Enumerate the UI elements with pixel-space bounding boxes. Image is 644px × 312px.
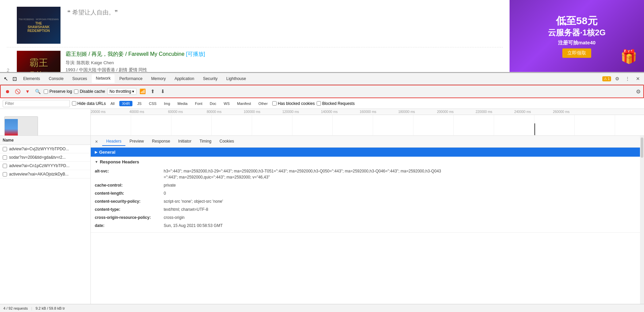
filter-xhr[interactable]: XHR [119,101,132,106]
list-item-3-checkbox[interactable] [3,164,7,168]
filter-input[interactable] [3,100,70,107]
filter-media[interactable]: Media [175,101,190,106]
timeline-name-col [0,109,91,135]
dock-icon-btn[interactable]: ⊡ [10,75,18,83]
filter-manifest[interactable]: Manifest [234,101,254,106]
list-item-3-name: adview?ai=Cn1pCzWYYYbTPD... [9,163,88,168]
header-row-content-length: content-length: 0 [95,189,636,197]
list-item-3[interactable]: adview?ai=Cn1pCzWYYYbTPD... [0,162,90,170]
tab-sources[interactable]: Sources [68,75,91,83]
tab-lighthouse[interactable]: Lighthouse [222,75,250,83]
movie-title-cn[interactable]: 霸王别姬 / 再见，我的妾 / Farewell My Concubine [可… [66,51,503,58]
header-row-corp: cross-origin-resource-policy: cross-orig… [95,213,636,222]
file-list: Name adview?ai=Cvj2lzWYYYbTPDO... sodar?… [0,136,91,304]
record-btn[interactable]: ⏺ [3,87,11,95]
list-item-1-name: adview?ai=Cvj2lzWYYYbTPDO... [9,147,88,151]
blocked-requests-checkbox[interactable]: Blocked Requests [317,101,355,106]
timeline-ruler: 20000 ms 40000 ms 60000 ms 80000 ms 1000… [91,109,644,115]
filter-btn[interactable]: ▼ [24,87,32,95]
timeline-marker [534,123,535,135]
headers-tab-preview[interactable]: Preview [125,137,148,146]
tab-security[interactable]: Security [199,75,222,83]
right-scrollbar[interactable] [640,136,644,304]
filter-ws[interactable]: WS [221,101,233,106]
list-item-2[interactable]: sodar?sv=200&tid=gda&tv=r2... [0,153,90,162]
cursor-icon-btn[interactable]: ↖ [2,75,10,83]
ad-gift-icon: 🎁 [620,48,637,65]
clear-btn[interactable]: 🚫 [13,87,22,95]
header-row-cache-control: cache-control: private [95,181,636,189]
filter-img[interactable]: Img [161,101,173,106]
movie-quote-1: ❝ 希望让人自由。❞ [66,7,503,18]
header-value-content-length: 0 [164,190,636,196]
header-name-date: date: [95,223,162,229]
timeline-preview [4,116,38,136]
download-icon[interactable]: ⬇ [159,87,167,95]
headers-tab-initiator[interactable]: Initiator [174,137,195,146]
list-item-4-checkbox[interactable] [3,172,7,177]
headers-tab-timing[interactable]: Timing [195,137,215,146]
disable-cache-checkbox[interactable]: Disable cache [74,89,105,94]
headers-tab-response[interactable]: Response [148,137,174,146]
webpage-area: TIM ROBBINS · MORGAN FREEMAN THESHAWSHAN… [0,0,644,72]
search-btn[interactable]: 🔍 [34,87,42,95]
filter-js[interactable]: JS [134,101,144,106]
network-settings-icon[interactable]: ⚙ [636,88,641,95]
tab-memory[interactable]: Memory [147,75,170,83]
ad-line1: 低至58元 [556,14,597,27]
header-name-alt-svc: alt-svc: [95,168,162,174]
headers-panel: × Headers Preview Response Initiator Tim… [91,136,640,304]
status-bar: 4 / 92 requests | 9.2 kB / 59.8 kB tr [0,304,644,312]
filter-font[interactable]: Font [192,101,205,106]
general-section-header[interactable]: ▶ General [91,148,640,157]
list-item-4-name: activeview?xai=AKAOjstzikDyB... [9,172,88,177]
file-list-header: Name [0,136,90,145]
header-value-content-type: text/html; charset=UTF-8 [164,206,636,212]
movie-info-1: ❝ 希望让人自由。❞ [66,7,503,20]
tab-network[interactable]: Network [92,74,115,83]
movie-poster-1: TIM ROBBINS · MORGAN FREEMAN THESHAWSHAN… [17,7,61,44]
header-row-content-type: content-type: text/html; charset=UTF-8 [95,205,636,213]
tab-console[interactable]: Console [45,75,68,83]
timeline-waterfall [91,115,644,135]
tab-application[interactable]: Application [170,75,198,83]
hide-data-urls-checkbox[interactable]: Hide data URLs [72,101,106,106]
headers-tab-cookies[interactable]: Cookies [215,137,238,146]
ad-btn[interactable]: 立即领取 [562,48,591,58]
warning-badge[interactable]: ⚠ 1 [602,76,611,81]
wifi-icon[interactable]: 📶 [138,87,147,95]
list-item-1-checkbox[interactable] [3,147,7,151]
header-name-content-length: content-length: [95,190,162,196]
movie-rank-1 [7,7,17,24]
scrollbar-thumb[interactable] [641,138,643,158]
throttle-select[interactable]: No throttling ▾ [107,88,137,95]
tab-performance[interactable]: Performance [115,75,147,83]
more-icon-btn[interactable]: ⋮ [623,74,632,83]
header-value-csp: script-src 'none'; object-src 'none' [164,198,636,204]
header-value-corp: cross-origin [164,214,636,221]
preserve-log-checkbox[interactable]: Preserve log [44,89,72,94]
settings-icon-btn[interactable]: ⚙ [613,74,621,83]
has-blocked-cookies-checkbox[interactable]: Has blocked cookies [272,101,315,106]
filter-other[interactable]: Other [256,101,271,106]
filter-css[interactable]: CSS [146,101,159,106]
list-item-2-checkbox[interactable] [3,155,7,160]
movie-item-2: 2 霸王别姬 霸王别姬 / 再见，我的妾 / Farewell My Concu… [7,47,503,72]
list-item-4[interactable]: activeview?xai=AKAOjstzikDyB... [0,170,90,179]
header-name-corp: cross-origin-resource-policy: [95,214,162,221]
timeline-chart: 20000 ms 40000 ms 60000 ms 80000 ms 1000… [91,109,644,135]
upload-icon[interactable]: ⬆ [149,87,157,95]
filter-all[interactable]: All [108,101,117,106]
tab-elements[interactable]: Elements [19,75,44,83]
list-item-2-name: sodar?sv=200&tid=gda&tv=r2... [9,155,88,160]
filter-doc[interactable]: Doc [207,101,219,106]
close-devtools-btn[interactable]: ✕ [634,74,642,83]
movie-meta-2: 导演: 陈凯歌 Kaige Chen 1993 / 中国大陆 中国香港 / 剧情… [66,60,503,72]
headers-tab-headers[interactable]: Headers [102,137,125,146]
devtools-tabbar: ↖ ⊡ Elements Console Sources Network Per… [0,73,644,85]
headers-tabs: × Headers Preview Response Initiator Tim… [91,136,640,148]
movie-item-1: TIM ROBBINS · MORGAN FREEMAN THESHAWSHAN… [7,3,503,47]
headers-close-btn[interactable]: × [92,138,100,146]
list-item-1[interactable]: adview?ai=Cvj2lzWYYYbTPDO... [0,145,90,153]
response-headers-title[interactable]: ▼ Response Headers [95,159,636,164]
